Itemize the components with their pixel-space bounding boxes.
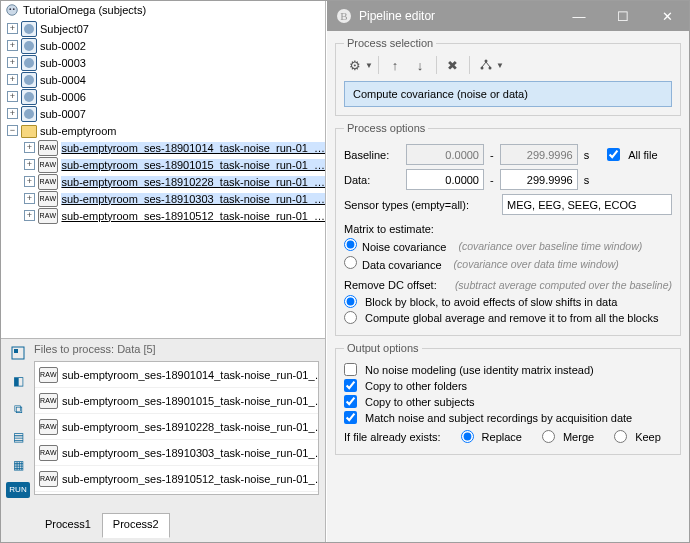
data-cov-radio[interactable]: [344, 256, 357, 269]
sources-icon[interactable]: ⧉: [7, 398, 29, 420]
data-to-input[interactable]: [500, 169, 578, 190]
raw-file-node[interactable]: +RAWsub-emptyroom_ses-18910228_task-nois…: [4, 173, 325, 190]
all-file-label: All file: [628, 149, 657, 161]
window-minimize-button[interactable]: ―: [557, 1, 601, 31]
subject-node[interactable]: +sub-0006: [4, 88, 325, 105]
sensor-types-input[interactable]: [502, 194, 672, 215]
raw-file-label: sub-emptyroom_ses-18901014_task-noise_ru…: [61, 142, 325, 154]
subject-node-expanded[interactable]: −sub-emptyroom: [4, 122, 325, 139]
no-modeling-checkbox[interactable]: [344, 363, 357, 376]
baseline-unit: s: [584, 149, 590, 161]
subject-label: sub-0007: [40, 108, 86, 120]
filter-icon[interactable]: [7, 342, 29, 364]
subject-node[interactable]: +Subject07: [4, 20, 325, 37]
all-file-checkbox[interactable]: [607, 148, 620, 161]
if-exists-label: If file already exists:: [344, 431, 441, 443]
subject-node[interactable]: +sub-0002: [4, 37, 325, 54]
process-tab[interactable]: Process2: [102, 513, 170, 538]
folder-icon: [21, 125, 37, 138]
raw-file-label: sub-emptyroom_ses-18901015_task-noise_ru…: [61, 159, 325, 171]
window-maximize-button[interactable]: ☐: [601, 1, 645, 31]
process-tab[interactable]: Process1: [34, 513, 102, 538]
expand-icon[interactable]: +: [24, 176, 35, 187]
svg-rect-4: [14, 349, 18, 353]
database-title-row: TutorialOmega (subjects): [1, 1, 325, 20]
process-file-row[interactable]: RAWsub-emptyroom_ses-18901015_task-noise…: [35, 388, 318, 414]
subject-node[interactable]: +sub-0004: [4, 71, 325, 88]
move-up-icon[interactable]: ↑: [384, 55, 406, 75]
copy-subjects-label: Copy to other subjects: [365, 396, 474, 408]
selected-process[interactable]: Compute covariance (noise or data): [344, 81, 672, 107]
expand-icon[interactable]: +: [24, 193, 35, 204]
raw-file-node[interactable]: +RAWsub-emptyroom_ses-18901014_task-nois…: [4, 139, 325, 156]
window-close-button[interactable]: ✕: [645, 1, 689, 31]
noise-cov-label: Noise covariance: [362, 241, 446, 253]
process-file-list[interactable]: RAWsub-emptyroom_ses-18901014_task-noise…: [34, 361, 319, 495]
no-modeling-label: No noise modeling (use identity matrix i…: [365, 364, 594, 376]
expand-icon[interactable]: +: [24, 142, 35, 153]
subject-label: sub-0004: [40, 74, 86, 86]
timefreq-icon[interactable]: ▤: [7, 426, 29, 448]
match-checkbox[interactable]: [344, 411, 357, 424]
process-options-legend: Process options: [344, 122, 428, 134]
keep-radio[interactable]: [614, 430, 627, 443]
expand-icon[interactable]: +: [7, 40, 18, 51]
collapse-icon[interactable]: −: [7, 125, 18, 136]
database-title: TutorialOmega (subjects): [23, 4, 146, 16]
raw-file-node[interactable]: +RAWsub-emptyroom_ses-18901015_task-nois…: [4, 156, 325, 173]
raw-file-label: sub-emptyroom_ses-18910228_task-noise_ru…: [61, 176, 325, 188]
raw-file-label: sub-emptyroom_ses-18910512_task-noise_ru…: [61, 210, 325, 222]
baseline-to-input: [500, 144, 578, 165]
subject-label: sub-0006: [40, 91, 86, 103]
expand-icon[interactable]: +: [7, 23, 18, 34]
process-file-row[interactable]: RAWsub-emptyroom_ses-18910512_task-noise…: [35, 466, 318, 492]
expand-icon[interactable]: +: [7, 57, 18, 68]
noise-cov-radio[interactable]: [344, 238, 357, 251]
svg-point-1: [9, 8, 11, 10]
replace-radio[interactable]: [461, 430, 474, 443]
process-tabs: Process1Process2: [34, 513, 170, 538]
subject-label: sub-emptyroom: [40, 125, 116, 137]
remove-dc-label: Remove DC offset:: [344, 279, 437, 291]
process-file-row[interactable]: RAWsub-emptyroom_ses-18910228_task-noise…: [35, 414, 318, 440]
matrix-icon[interactable]: ▦: [7, 454, 29, 476]
copy-subjects-checkbox[interactable]: [344, 395, 357, 408]
svg-text:B: B: [340, 10, 347, 22]
process-file-row[interactable]: RAWsub-emptyroom_ses-18910303_task-noise…: [35, 440, 318, 466]
pipeline-tree-icon[interactable]: [475, 55, 497, 75]
expand-icon[interactable]: +: [7, 91, 18, 102]
recordings-icon[interactable]: ◧: [7, 370, 29, 392]
raw-file-icon: RAW: [38, 140, 59, 156]
subject-node[interactable]: +sub-0007: [4, 105, 325, 122]
run-button[interactable]: RUN: [6, 482, 30, 498]
expand-icon[interactable]: +: [7, 74, 18, 85]
dc-block-radio[interactable]: [344, 295, 357, 308]
merge-radio[interactable]: [542, 430, 555, 443]
expand-icon[interactable]: +: [24, 159, 35, 170]
subject-node[interactable]: +sub-0003: [4, 54, 325, 71]
database-panel: TutorialOmega (subjects) +Subject07+sub-…: [1, 1, 326, 542]
pipeline-editor-window: B Pipeline editor ― ☐ ✕ Process selectio…: [327, 1, 689, 542]
raw-file-node[interactable]: +RAWsub-emptyroom_ses-18910303_task-nois…: [4, 190, 325, 207]
process-file-row[interactable]: RAWsub-emptyroom_ses-18901014_task-noise…: [35, 362, 318, 388]
raw-file-icon: RAW: [38, 208, 59, 224]
dc-global-radio[interactable]: [344, 311, 357, 324]
process-panel: ◧ ⧉ ▤ ▦ RUN Files to process: Data [5] R…: [1, 338, 325, 542]
raw-file-icon: RAW: [39, 393, 58, 409]
raw-file-icon: RAW: [39, 367, 58, 383]
subject-tree[interactable]: +Subject07+sub-0002+sub-0003+sub-0004+su…: [1, 20, 325, 226]
expand-icon[interactable]: +: [7, 108, 18, 119]
gear-icon[interactable]: ⚙: [344, 55, 366, 75]
copy-folders-checkbox[interactable]: [344, 379, 357, 392]
subject-icon: [21, 106, 37, 122]
raw-file-icon: RAW: [39, 471, 58, 487]
move-down-icon[interactable]: ↓: [409, 55, 431, 75]
raw-file-node[interactable]: +RAWsub-emptyroom_ses-18910512_task-nois…: [4, 207, 325, 224]
app-logo-icon: B: [335, 7, 353, 25]
expand-icon[interactable]: +: [24, 210, 35, 221]
replace-label: Replace: [482, 431, 522, 443]
delete-icon[interactable]: ✖: [442, 55, 464, 75]
pipeline-titlebar[interactable]: B Pipeline editor ― ☐ ✕: [327, 1, 689, 31]
process-file-label: sub-emptyroom_ses-18901014_task-noise_ru…: [62, 369, 319, 381]
data-from-input[interactable]: [406, 169, 484, 190]
